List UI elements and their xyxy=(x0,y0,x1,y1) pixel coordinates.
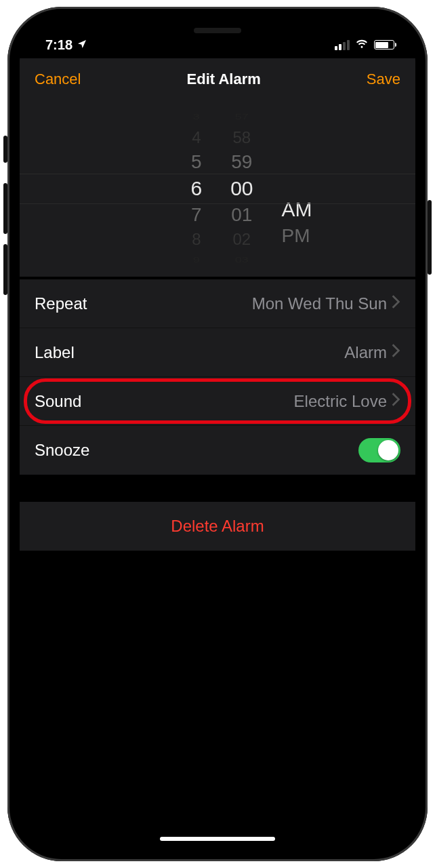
minute-wheel[interactable]: 57 58 59 00 01 02 03 xyxy=(230,110,253,267)
home-indicator[interactable] xyxy=(160,837,275,841)
label-value: Alarm xyxy=(344,343,387,362)
section-spacer xyxy=(20,475,415,502)
repeat-value: Mon Wed Thu Sun xyxy=(252,294,387,313)
delete-label: Delete Alarm xyxy=(171,517,264,535)
location-icon xyxy=(77,37,87,53)
status-right xyxy=(335,37,397,54)
chevron-right-icon xyxy=(391,294,400,313)
hour-wheel[interactable]: 3 4 5 6 7 8 9 xyxy=(190,110,202,267)
battery-icon xyxy=(374,40,397,50)
delete-alarm-button[interactable]: Delete Alarm xyxy=(20,502,415,551)
cellular-icon xyxy=(335,40,350,50)
status-left: 7:18 xyxy=(45,37,87,53)
save-button[interactable]: Save xyxy=(367,71,400,88)
label-row[interactable]: Label Alarm xyxy=(20,328,415,377)
selected-minute: 00 xyxy=(230,177,253,200)
repeat-row[interactable]: Repeat Mon Wed Thu Sun xyxy=(20,279,415,328)
time-picker[interactable]: 3 4 5 6 7 8 9 57 58 59 00 01 02 03 xyxy=(20,100,415,277)
page-title: Edit Alarm xyxy=(187,71,261,88)
speaker-grille xyxy=(194,28,241,33)
chevron-right-icon xyxy=(391,392,400,411)
toggle-knob xyxy=(378,440,398,460)
settings-list: Repeat Mon Wed Thu Sun Label Alarm xyxy=(20,279,415,475)
sound-row[interactable]: Sound Electric Love xyxy=(20,377,415,426)
mute-switch xyxy=(3,136,7,163)
status-time: 7:18 xyxy=(45,37,72,53)
screen: 7:18 Cancel Edit Alarm xyxy=(20,19,415,849)
sound-label: Sound xyxy=(35,392,81,411)
nav-bar: Cancel Edit Alarm Save xyxy=(20,58,415,100)
power-button xyxy=(428,200,432,275)
snooze-toggle[interactable] xyxy=(358,438,400,462)
cancel-button[interactable]: Cancel xyxy=(35,71,81,88)
selected-hour: 6 xyxy=(190,177,202,200)
volume-up-button xyxy=(3,183,7,234)
volume-down-button xyxy=(3,244,7,295)
snooze-row: Snooze xyxy=(20,426,415,475)
chevron-right-icon xyxy=(391,343,400,362)
phone-frame: 7:18 Cancel Edit Alarm xyxy=(7,7,428,861)
wifi-icon xyxy=(355,37,369,54)
notch xyxy=(133,19,302,42)
label-label: Label xyxy=(35,343,75,362)
repeat-label: Repeat xyxy=(35,294,87,313)
selected-ampm: AM xyxy=(282,198,312,221)
ampm-wheel[interactable]: AM PM xyxy=(282,130,312,247)
snooze-label: Snooze xyxy=(35,441,89,460)
sound-value: Electric Love xyxy=(294,392,387,411)
